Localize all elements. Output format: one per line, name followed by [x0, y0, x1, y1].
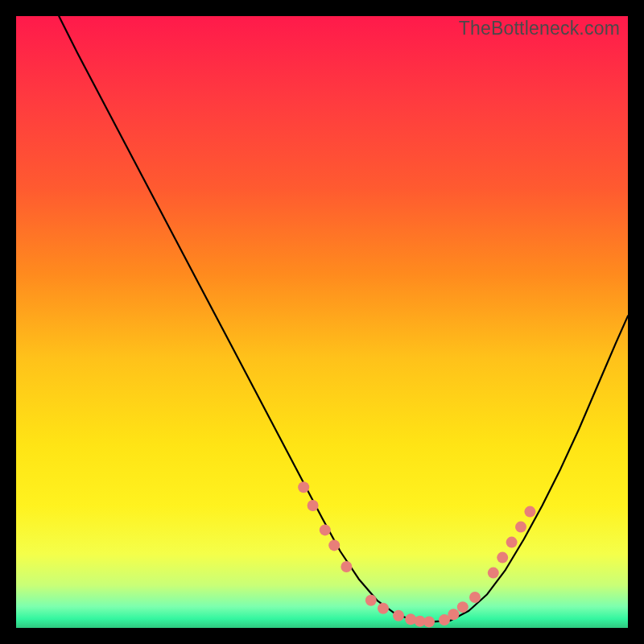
curve-marker — [515, 522, 526, 533]
curve-marker — [378, 603, 389, 614]
watermark-text: TheBottleneck.com — [459, 18, 620, 39]
curve-marker — [457, 601, 469, 613]
bottleneck-curve-path — [59, 16, 628, 621]
curve-marker — [308, 500, 319, 511]
curve-marker — [448, 609, 459, 620]
curve-marker — [469, 592, 481, 603]
curve-marker — [365, 595, 377, 606]
curve-marker — [524, 506, 535, 518]
curve-marker — [328, 539, 340, 551]
curve-marker — [341, 561, 352, 572]
curve-svg — [16, 16, 628, 628]
curve-marker — [393, 610, 404, 621]
curve-marker — [488, 568, 499, 579]
curve-marker — [320, 524, 331, 535]
curve-marker — [506, 537, 518, 548]
curve-marker — [423, 616, 435, 627]
curve-marker — [497, 552, 508, 564]
marker-group — [298, 481, 535, 627]
chart-frame: TheBottleneck.com — [16, 16, 628, 628]
curve-marker — [298, 481, 309, 493]
